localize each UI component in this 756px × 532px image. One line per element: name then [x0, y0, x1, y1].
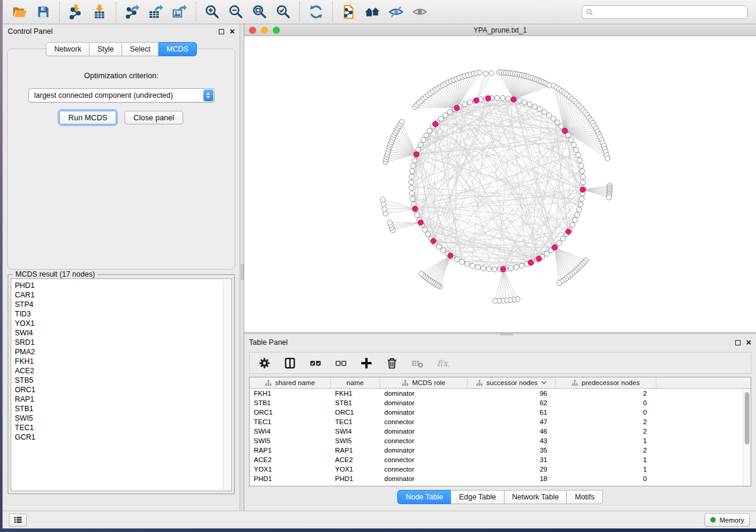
mcds-result-item[interactable]: SWI4 — [15, 328, 231, 338]
zoom-out-button[interactable] — [224, 2, 248, 22]
mcds-result-item[interactable]: SRD1 — [15, 338, 231, 347]
tab-node-table[interactable]: Node Table — [397, 490, 451, 504]
splitter-grip[interactable] — [500, 334, 513, 335]
save-session-button[interactable] — [31, 2, 55, 22]
show-columns-button[interactable] — [282, 355, 298, 371]
close-panel-button[interactable]: Close panel — [125, 111, 183, 124]
tab-motifs[interactable]: Motifs — [566, 490, 602, 504]
mcds-result-item[interactable]: SWI5 — [15, 414, 231, 423]
mcds-result-item[interactable]: ACE2 — [15, 366, 231, 376]
splitter-grip[interactable] — [241, 264, 244, 280]
mcds-result-item[interactable]: GCR1 — [15, 432, 231, 442]
mcds-result-item[interactable]: STB5 — [15, 376, 231, 385]
vertical-splitter[interactable] — [240, 24, 244, 511]
mcds-result-item[interactable]: TID3 — [15, 309, 231, 319]
criterion-dropdown[interactable]: largest connected component (undirected) — [28, 88, 215, 102]
table-row[interactable]: PHD1PHD1dominator180 — [250, 474, 751, 483]
network-from-selection-button[interactable] — [337, 2, 361, 22]
tab-network[interactable]: Network — [46, 42, 90, 56]
mcds-result-list[interactable]: PHD1CAR1STP4TID3YOX1SWI4SRD1PMA2FKH1ACE2… — [11, 278, 232, 491]
mcds-result-item[interactable]: PMA2 — [15, 347, 231, 357]
cell-name: FKH1 — [331, 390, 380, 397]
table-panel: Table Panel × f(x) shared namenameMCDS r… — [244, 335, 756, 511]
mcds-result-item[interactable]: PHD1 — [15, 281, 231, 290]
zoom-selected-button[interactable] — [272, 2, 295, 22]
table-row[interactable]: FKH1FKH1dominator962 — [250, 389, 751, 398]
memory-button[interactable]: Memory — [704, 513, 750, 527]
function-builder-button[interactable]: f(x) — [435, 355, 451, 371]
close-panel-icon[interactable]: × — [229, 28, 235, 34]
import-table-button[interactable] — [88, 2, 111, 22]
column-header-predecessor-nodes[interactable]: predecessor nodes — [556, 377, 656, 388]
zoom-in-icon — [205, 4, 220, 20]
cell-shared_name: FKH1 — [250, 390, 331, 397]
zoom-fit-button[interactable] — [248, 2, 272, 22]
toolbar-separator — [299, 2, 300, 22]
export-table-button[interactable] — [144, 2, 168, 22]
mcds-result-item[interactable]: FKH1 — [15, 357, 231, 366]
float-panel-icon[interactable] — [219, 29, 224, 34]
mcds-result-item[interactable]: STB1 — [15, 404, 231, 414]
task-history-button[interactable] — [9, 514, 27, 527]
mcds-result-item[interactable]: STP4 — [15, 300, 231, 309]
float-panel-icon[interactable] — [735, 340, 741, 345]
column-header-MCDS-role[interactable]: MCDS role — [380, 377, 468, 388]
table-toolbar: f(x) — [249, 352, 751, 374]
mcds-result-item[interactable]: YOX1 — [15, 319, 231, 328]
close-panel-icon[interactable]: × — [746, 339, 751, 345]
table-scrollbar-thumb[interactable] — [745, 392, 749, 444]
column-header-name[interactable]: name — [331, 377, 380, 388]
table-row[interactable]: RAP1RAP1dominator352 — [250, 446, 751, 455]
show-graphics-details-icon — [412, 4, 428, 20]
table-row[interactable]: STB1STB1dominator620 — [250, 398, 751, 408]
search-box[interactable] — [582, 5, 748, 19]
apply-layout-button[interactable] — [304, 2, 328, 22]
table-row[interactable]: ORC1ORC1dominator610 — [250, 408, 751, 417]
table-row[interactable]: SWI5SWI5connector431 — [250, 436, 751, 446]
table-row[interactable]: ACE2ACE2connector311 — [250, 455, 751, 464]
hide-graphics-details-icon — [388, 4, 404, 20]
folder-open-button[interactable] — [8, 2, 31, 22]
search-input[interactable] — [596, 8, 744, 16]
control-panel: Control Panel × NetworkStyleSelectMCDS O… — [3, 24, 240, 511]
select-all-button[interactable] — [308, 355, 323, 371]
network-graph[interactable] — [244, 36, 756, 332]
import-network-button[interactable] — [64, 2, 88, 22]
table-row[interactable]: SWI4SWI4dominator462 — [250, 427, 751, 436]
mcds-result-item[interactable]: ORC1 — [15, 385, 231, 395]
column-header-shared-name[interactable]: shared name — [250, 377, 331, 388]
deselect-all-button[interactable] — [333, 355, 349, 371]
horizontal-splitter[interactable] — [244, 333, 756, 335]
export-image-button[interactable] — [168, 2, 192, 22]
table-row[interactable]: YOX1YOX1connector291 — [250, 464, 751, 474]
export-network-button[interactable] — [120, 2, 144, 22]
home-button[interactable] — [361, 2, 384, 22]
mcds-panel: Optimization criterion: largest connecte… — [7, 49, 235, 270]
show-graphics-details-button[interactable] — [408, 2, 432, 22]
tab-network-table[interactable]: Network Table — [504, 490, 567, 504]
add-row-button[interactable] — [359, 355, 374, 371]
mcds-result-item[interactable]: TEC1 — [15, 423, 231, 432]
cell-successor_nodes: 35 — [468, 447, 556, 454]
mcds-list-scrollbar[interactable] — [223, 280, 231, 490]
settings-gear-button[interactable] — [257, 355, 272, 371]
delete-row-button[interactable] — [384, 355, 400, 371]
network-canvas[interactable] — [244, 36, 756, 332]
tab-edge-table[interactable]: Edge Table — [451, 490, 504, 504]
delete-table-button[interactable] — [410, 355, 425, 371]
home-icon — [365, 4, 380, 20]
column-header-successor-nodes[interactable]: successor nodes — [468, 377, 556, 388]
cell-successor_nodes: 31 — [468, 456, 556, 463]
mcds-result-item[interactable]: RAP1 — [15, 395, 231, 404]
zoom-in-button[interactable] — [200, 2, 224, 22]
table-row[interactable]: TEC1TEC1connector472 — [250, 417, 751, 427]
run-mcds-button[interactable]: Run MCDS — [59, 111, 116, 124]
cell-predecessor_nodes: 0 — [556, 399, 656, 406]
tab-select[interactable]: Select — [122, 42, 159, 56]
tab-mcds[interactable]: MCDS — [158, 42, 197, 56]
dropdown-stepper-icon — [203, 89, 213, 101]
mcds-result-item[interactable]: CAR1 — [15, 290, 231, 300]
tab-style[interactable]: Style — [89, 42, 122, 56]
table-scrollbar[interactable] — [743, 389, 751, 486]
hide-graphics-details-button[interactable] — [384, 2, 408, 22]
